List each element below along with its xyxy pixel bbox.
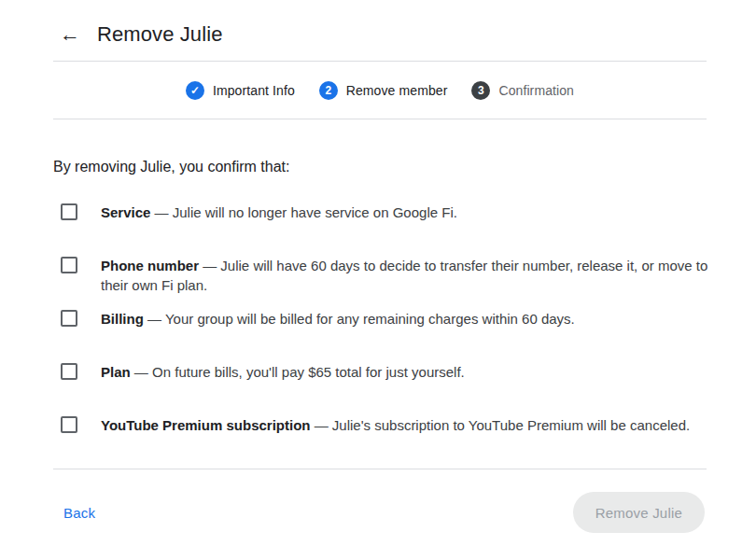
item-description: On future bills, you'll pay $65 total fo… bbox=[152, 364, 465, 380]
list-item-text: Plan — On future bills, you'll pay $65 t… bbox=[101, 362, 465, 382]
item-separator: — bbox=[147, 311, 161, 327]
item-label: YouTube Premium subscription bbox=[101, 417, 310, 433]
step-label: Confirmation bbox=[498, 83, 574, 98]
step-number-circle: 3 bbox=[471, 81, 490, 100]
footer-divider bbox=[53, 469, 707, 469]
list-item-billing: Billing — Your group will be billed for … bbox=[53, 309, 742, 362]
item-label: Plan bbox=[101, 364, 131, 380]
remove-julie-button[interactable]: Remove Julie bbox=[573, 492, 705, 533]
billing-checkbox[interactable] bbox=[61, 310, 77, 327]
phone-number-checkbox[interactable] bbox=[61, 257, 77, 273]
step-label: Important Info bbox=[213, 83, 295, 98]
list-item-text: Billing — Your group will be billed for … bbox=[101, 309, 575, 329]
item-label: Service bbox=[101, 204, 150, 220]
confirmation-checklist: Service — Julie will no longer have serv… bbox=[53, 203, 742, 469]
remove-member-wizard: ← Remove Julie ✓ Important Info 2 Remove… bbox=[0, 0, 742, 560]
step-number-circle: 2 bbox=[319, 81, 338, 100]
list-item-service: Service — Julie will no longer have serv… bbox=[53, 203, 742, 256]
item-label: Billing bbox=[101, 311, 144, 327]
stepper: ✓ Important Info 2 Remove member 3 Confi… bbox=[53, 62, 707, 119]
item-separator: — bbox=[155, 204, 169, 220]
youtube-premium-checkbox[interactable] bbox=[61, 416, 77, 433]
list-item-phone-number: Phone number — Julie will have 60 days t… bbox=[53, 256, 742, 309]
item-description: Your group will be billed for any remain… bbox=[165, 311, 575, 327]
list-item-plan: Plan — On future bills, you'll pay $65 t… bbox=[53, 362, 742, 415]
back-arrow-icon[interactable]: ← bbox=[58, 22, 82, 47]
stepper-divider bbox=[53, 119, 707, 119]
header: ← Remove Julie bbox=[0, 0, 742, 49]
step-important-info: ✓ Important Info bbox=[186, 81, 295, 100]
step-complete-circle: ✓ bbox=[186, 81, 204, 100]
step-remove-member: 2 Remove member bbox=[319, 81, 448, 100]
item-separator: — bbox=[315, 417, 329, 433]
intro-text: By removing Julie, you confirm that: bbox=[53, 159, 742, 175]
plan-checkbox[interactable] bbox=[61, 363, 77, 380]
list-item-text: YouTube Premium subscription — Julie's s… bbox=[101, 415, 690, 435]
item-separator: — bbox=[203, 258, 217, 273]
back-button[interactable]: Back bbox=[53, 505, 95, 521]
list-item-text: Phone number — Julie will have 60 days t… bbox=[101, 256, 709, 295]
list-item-youtube-premium: YouTube Premium subscription — Julie's s… bbox=[53, 415, 742, 469]
step-confirmation: 3 Confirmation bbox=[471, 81, 574, 100]
item-description: Julie will no longer have service on Goo… bbox=[173, 204, 457, 220]
footer: Back Remove Julie bbox=[53, 492, 705, 533]
check-icon: ✓ bbox=[190, 85, 200, 96]
step-label: Remove member bbox=[346, 83, 448, 98]
page-title: Remove Julie bbox=[97, 22, 222, 47]
service-checkbox[interactable] bbox=[61, 203, 77, 220]
list-item-text: Service — Julie will no longer have serv… bbox=[101, 203, 457, 222]
item-description: Julie's subscription to YouTube Premium … bbox=[332, 417, 690, 433]
item-separator: — bbox=[134, 364, 148, 380]
item-label: Phone number bbox=[101, 258, 199, 273]
